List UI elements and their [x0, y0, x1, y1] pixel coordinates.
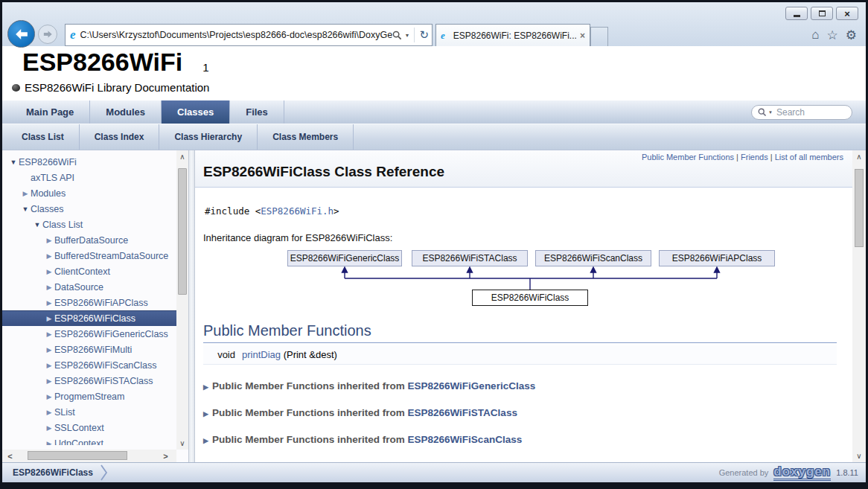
scroll-down-icon[interactable]: ∨ — [852, 450, 866, 462]
sidebar-item-axtls-api[interactable]: axTLS API — [2, 170, 176, 185]
sidebar-item-esp8266wifiapclass[interactable]: ▶ESP8266WiFiAPClass — [2, 295, 176, 310]
sidebar-item-modules[interactable]: ▶Modules — [2, 185, 176, 201]
inherited-header-esp8266wifistaclass[interactable]: ▶Public Member Functions inherited from … — [203, 403, 843, 418]
tab-modules[interactable]: Modules — [90, 100, 162, 124]
sidebar-item-clientcontext[interactable]: ▶ClientContext — [2, 263, 176, 279]
tree-down-arrow-icon[interactable]: ▼ — [32, 221, 42, 228]
tree-right-arrow-icon[interactable]: ▶ — [20, 190, 31, 197]
sidebar-item-esp8266wifigenericclass[interactable]: ▶ESP8266WiFiGenericClass — [2, 326, 176, 342]
diagram-node-esp8266wifistaclass[interactable]: ESP8266WiFiSTAClass — [412, 250, 528, 266]
sidebar-item-progmemstream[interactable]: ▶ProgmemStream — [2, 389, 176, 404]
sidebar-item-datasource[interactable]: ▶DataSource — [2, 279, 176, 295]
tree-right-arrow-icon[interactable]: ▶ — [44, 330, 54, 338]
home-icon[interactable]: ⌂ — [811, 28, 819, 43]
tree-right-arrow-icon[interactable]: ▶ — [44, 315, 54, 322]
address-input[interactable] — [80, 30, 393, 40]
forward-button[interactable] — [38, 25, 57, 44]
sidebar-vscrollbar[interactable]: ∧ ∨ — [176, 150, 188, 450]
summary-link-list-of-all-members[interactable]: List of all members — [775, 153, 843, 162]
search-icon[interactable] — [392, 31, 402, 40]
refresh-icon[interactable]: ↻ — [419, 28, 429, 42]
include-file-link[interactable]: ESP8266WiFi.h — [261, 205, 334, 217]
sidebar-item-esp8266wifistaclass[interactable]: ▶ESP8266WiFiSTAClass — [2, 373, 176, 389]
expand-arrow-icon: ▶ — [203, 383, 208, 391]
tree-right-arrow-icon[interactable]: ▶ — [44, 299, 54, 307]
tree-right-arrow-icon[interactable]: ▶ — [44, 409, 54, 416]
diagram-node-esp8266wifiscanclass[interactable]: ESP8266WiFiScanClass — [535, 250, 651, 266]
tree-right-arrow-icon[interactable]: ▶ — [44, 237, 54, 244]
tree-right-arrow-icon[interactable]: ▶ — [44, 440, 54, 446]
tab-close-icon[interactable]: × — [580, 31, 585, 41]
tab-files[interactable]: Files — [230, 100, 284, 124]
inherited-header-esp8266wifiapclass[interactable]: ▶Public Member Functions inherited from … — [203, 456, 843, 462]
favorites-star-icon[interactable]: ☆ — [827, 28, 838, 43]
tree-down-arrow-icon[interactable]: ▼ — [8, 159, 19, 166]
summary-link-public-member-functions[interactable]: Public Member Functions — [642, 153, 734, 162]
diagram-node-esp8266wifigenericclass[interactable]: ESP8266WiFiGenericClass — [287, 250, 402, 266]
class-link-esp8266wifiscanclass[interactable]: ESP8266WiFiScanClass — [407, 434, 522, 445]
sidebar-item-class-list[interactable]: ▼Class List — [2, 217, 176, 232]
scroll-left-icon[interactable]: < — [4, 450, 16, 462]
content-vscrollbar[interactable]: ∧ ∨ — [852, 150, 866, 462]
sidebar-item-udpcontext[interactable]: ▶UdpContext — [2, 435, 176, 445]
sidebar-item-esp8266wifiscanclass[interactable]: ▶ESP8266WiFiScanClass — [2, 357, 176, 373]
sidebar-item-esp8266wifi[interactable]: ▼ESP8266WiFi — [2, 154, 176, 170]
sidebar-item-sslcontext[interactable]: ▶SSLContext — [2, 420, 176, 435]
subtab-class-hierarchy[interactable]: Class Hierarchy — [159, 124, 258, 150]
address-bar[interactable]: e ▼ ↻ — [65, 24, 433, 46]
tab-main-page[interactable]: Main Page — [10, 100, 90, 124]
expand-arrow-icon: ▶ — [203, 410, 208, 418]
content-vscroll-thumb[interactable] — [855, 169, 864, 247]
close-button[interactable]: × — [836, 7, 858, 20]
tree-right-arrow-icon[interactable]: ▶ — [44, 393, 54, 400]
settings-gear-icon[interactable]: ⚙ — [846, 28, 857, 43]
sidebar-vscroll-thumb[interactable] — [178, 168, 187, 295]
doxygen-logo[interactable]: doxygen — [773, 465, 831, 481]
inherited-header-esp8266wifigenericclass[interactable]: ▶Public Member Functions inherited from … — [203, 376, 843, 391]
browser-tab[interactable]: e ESP8266WiFi: ESP8266WiFi... × — [435, 24, 590, 47]
sidebar-hscrollbar[interactable]: < > — [2, 450, 176, 462]
inheritance-caption: Inheritance diagram for ESP8266WiFiClass… — [203, 232, 843, 243]
sidebar-item-bufferedstreamdatasource[interactable]: ▶BufferedStreamDataSource — [2, 248, 176, 263]
class-link-esp8266wifistaclass[interactable]: ESP8266WiFiSTAClass — [407, 407, 517, 418]
sidebar-item-classes[interactable]: ▼Classes — [2, 201, 176, 217]
scroll-up-icon[interactable]: ∧ — [176, 150, 188, 163]
scroll-down-icon[interactable]: ∨ — [176, 437, 188, 450]
scroll-right-icon[interactable]: > — [159, 450, 172, 462]
sidebar-item-esp8266wificlass[interactable]: ▶ESP8266WiFiClass — [2, 310, 176, 326]
diagram-node-current[interactable]: ESP8266WiFiClass — [472, 290, 588, 306]
browser-window: × e ▼ ↻ e — [0, 0, 868, 489]
scroll-up-icon[interactable]: ∧ — [852, 150, 866, 163]
search-input[interactable] — [776, 107, 843, 118]
breadcrumb-item[interactable]: ESP8266WiFiClass — [13, 467, 93, 478]
new-tab-button[interactable] — [590, 27, 608, 47]
tree-right-arrow-icon[interactable]: ▶ — [44, 377, 54, 385]
sidebar-hscroll-thumb[interactable] — [28, 451, 127, 460]
tree-down-arrow-icon[interactable]: ▼ — [20, 205, 31, 213]
back-button[interactable] — [7, 20, 35, 48]
maximize-button[interactable] — [811, 7, 833, 20]
sidebar-splitter[interactable] — [188, 150, 195, 462]
search-filter-caret-icon[interactable]: ▼ — [768, 110, 773, 115]
subtab-class-members[interactable]: Class Members — [258, 124, 354, 150]
tree-right-arrow-icon[interactable]: ▶ — [44, 346, 54, 354]
subtab-class-index[interactable]: Class Index — [80, 124, 160, 150]
member-link-printdiag[interactable]: printDiag — [242, 349, 281, 360]
sidebar-item-bufferdatasource[interactable]: ▶BufferDataSource — [2, 232, 176, 248]
tree-right-arrow-icon[interactable]: ▶ — [44, 268, 54, 275]
subtab-class-list[interactable]: Class List — [7, 124, 80, 150]
tree-right-arrow-icon[interactable]: ▶ — [44, 362, 54, 369]
sidebar-item-slist[interactable]: ▶SList — [2, 404, 176, 420]
search-box[interactable]: ▼ — [751, 105, 852, 120]
sidebar-item-esp8266wifimulti[interactable]: ▶ESP8266WiFiMulti — [2, 342, 176, 357]
minimize-button[interactable] — [785, 7, 808, 20]
diagram-node-esp8266wifiapclass[interactable]: ESP8266WiFiAPClass — [659, 250, 775, 266]
tree-right-arrow-icon[interactable]: ▶ — [44, 252, 54, 260]
summary-link-friends[interactable]: Friends — [741, 153, 768, 162]
search-dropdown-icon[interactable]: ▼ — [404, 33, 409, 38]
class-link-esp8266wifigenericclass[interactable]: ESP8266WiFiGenericClass — [407, 380, 535, 391]
tab-classes[interactable]: Classes — [162, 100, 230, 124]
tree-right-arrow-icon[interactable]: ▶ — [44, 424, 54, 432]
inherited-header-esp8266wifiscanclass[interactable]: ▶Public Member Functions inherited from … — [203, 429, 843, 445]
tree-right-arrow-icon[interactable]: ▶ — [44, 284, 54, 291]
